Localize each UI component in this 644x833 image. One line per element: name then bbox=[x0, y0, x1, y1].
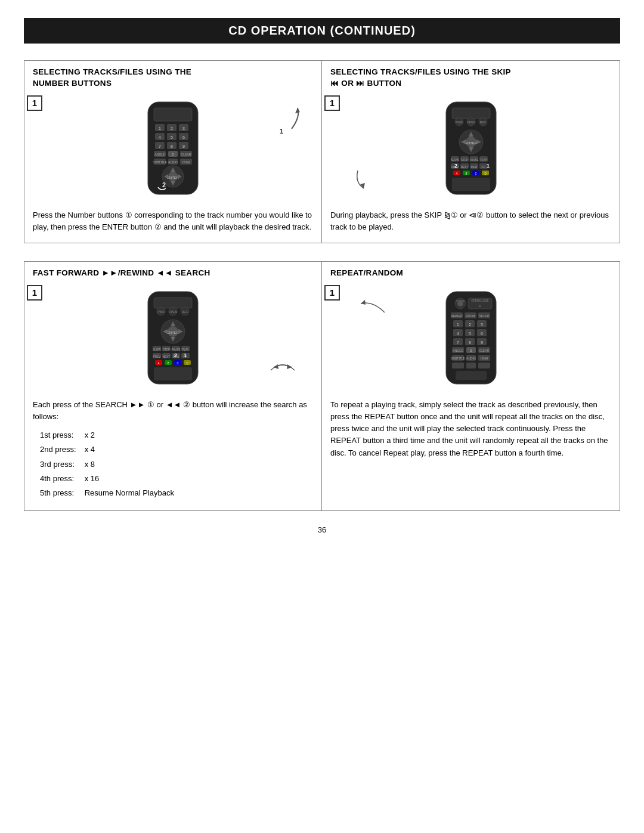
svg-text:1: 1 bbox=[184, 352, 187, 358]
svg-text:PAUSE: PAUSE bbox=[172, 348, 181, 351]
section3-header: FAST FORWARD ►►/REWIND ◄◄ SEARCH bbox=[24, 262, 321, 283]
svg-text:HDMI: HDMI bbox=[480, 357, 488, 360]
svg-text:CLEAR: CLEAR bbox=[479, 349, 489, 352]
svg-text:SLOW: SLOW bbox=[451, 159, 459, 162]
section2-header: SELECTING TRACKS/FILES USING THE SKIP ⏮ … bbox=[322, 61, 620, 93]
svg-text:AUDIO: AUDIO bbox=[466, 357, 476, 360]
section3-text: Each press of the SEARCH ►► ① or ◄◄ ② bu… bbox=[24, 393, 321, 510]
svg-text:6: 6 bbox=[481, 332, 483, 336]
svg-text:2: 2 bbox=[469, 323, 471, 327]
step-badge-3: 1 bbox=[27, 285, 42, 301]
svg-text:CLEAR: CLEAR bbox=[181, 153, 191, 156]
svg-text:9: 9 bbox=[182, 144, 185, 148]
svg-text:REC: REC bbox=[479, 120, 486, 124]
section1-header: SELECTING TRACKS/FILES USING THE NUMBER … bbox=[24, 61, 321, 93]
svg-text:⏏: ⏏ bbox=[478, 304, 482, 308]
step-badge-2: 1 bbox=[324, 95, 340, 111]
remote-image-4: POWER OPEN/CLOSE ⏏ REPEAT ZOOM SETUP 1 2… bbox=[429, 289, 513, 387]
press-row-3: 3rd press: x 8 bbox=[40, 458, 181, 471]
svg-text:1: 1 bbox=[159, 126, 161, 131]
svg-text:PWR: PWR bbox=[456, 120, 463, 124]
svg-text:OPEN/CLOSE: OPEN/CLOSE bbox=[471, 299, 488, 302]
svg-text:8: 8 bbox=[469, 340, 471, 345]
svg-text:2: 2 bbox=[454, 163, 457, 169]
svg-text:SETUP: SETUP bbox=[479, 314, 489, 318]
section2-image-area: 1 PWR OPEN REC ENTER bbox=[322, 93, 620, 203]
page-header: CD OPERATION (CONTINUED) bbox=[24, 18, 620, 44]
svg-text:PLAY: PLAY bbox=[480, 159, 487, 162]
svg-text:7: 7 bbox=[457, 340, 459, 345]
remote-image-2: PWR OPEN REC ENTER SLOW STOP PAUSE P bbox=[429, 99, 513, 197]
svg-text:1: 1 bbox=[280, 128, 283, 135]
svg-rect-86 bbox=[154, 298, 192, 308]
svg-text:ZOOM: ZOOM bbox=[466, 314, 475, 318]
svg-text:REPEAT: REPEAT bbox=[451, 314, 463, 318]
svg-text:6: 6 bbox=[182, 135, 185, 140]
svg-text:STOP: STOP bbox=[163, 348, 170, 351]
svg-text:SUBTITLE: SUBTITLE bbox=[153, 160, 168, 164]
svg-text:2: 2 bbox=[162, 181, 166, 188]
section-fast-forward: FAST FORWARD ►►/REWIND ◄◄ SEARCH 1 PWR O… bbox=[24, 262, 322, 510]
svg-text:PAUSE: PAUSE bbox=[469, 159, 478, 162]
svg-text:A: A bbox=[456, 172, 457, 175]
svg-rect-43 bbox=[452, 108, 490, 119]
svg-text:NEXT: NEXT bbox=[460, 166, 467, 169]
svg-text:OPEN: OPEN bbox=[169, 310, 178, 314]
svg-text:5: 5 bbox=[171, 135, 173, 140]
svg-point-132 bbox=[457, 301, 463, 306]
svg-rect-173 bbox=[466, 363, 476, 368]
svg-text:NEXT: NEXT bbox=[163, 355, 170, 358]
press-row-2: 2nd press: x 4 bbox=[40, 443, 181, 456]
svg-text:5: 5 bbox=[469, 332, 471, 336]
section-skip-button: SELECTING TRACKS/FILES USING THE SKIP ⏮ … bbox=[322, 61, 620, 243]
section1-text: Press the Number buttons ① corresponding… bbox=[24, 203, 321, 243]
svg-text:ENTER: ENTER bbox=[167, 331, 179, 335]
arrow-indicator-3 bbox=[262, 358, 304, 382]
press-table: 1st press: x 2 2nd press: x 4 3rd press:… bbox=[39, 428, 182, 501]
step-badge-1: 1 bbox=[27, 95, 42, 111]
svg-marker-176 bbox=[361, 300, 366, 305]
svg-text:8: 8 bbox=[171, 144, 173, 148]
svg-text:OPEN: OPEN bbox=[466, 120, 475, 124]
svg-rect-175 bbox=[456, 371, 487, 380]
svg-text:4: 4 bbox=[457, 332, 459, 336]
svg-text:1: 1 bbox=[457, 323, 459, 327]
svg-text:A: A bbox=[157, 362, 159, 365]
press-row-5: 5th press: Resume Normal Playback bbox=[40, 487, 181, 500]
step-badge-4: 1 bbox=[324, 285, 340, 301]
svg-text:ANGLE: ANGLE bbox=[155, 153, 166, 156]
svg-text:3: 3 bbox=[182, 126, 185, 131]
svg-text:REC: REC bbox=[182, 310, 188, 314]
svg-text:PREV: PREV bbox=[153, 355, 160, 358]
svg-marker-40 bbox=[295, 108, 300, 113]
svg-rect-81 bbox=[452, 178, 490, 191]
section1-image-area: 1 1 2 3 4 5 6 bbox=[24, 93, 321, 203]
svg-text:4: 4 bbox=[159, 135, 161, 140]
svg-rect-1 bbox=[154, 108, 192, 121]
arrow-indicator-2a bbox=[352, 165, 388, 194]
svg-text:1: 1 bbox=[487, 163, 490, 169]
svg-text:B: B bbox=[167, 362, 169, 365]
svg-text:ENTER: ENTER bbox=[167, 176, 179, 179]
svg-text:3: 3 bbox=[481, 323, 483, 327]
svg-rect-174 bbox=[478, 363, 490, 368]
svg-text:SUBTITLE: SUBTITLE bbox=[451, 357, 466, 360]
remote-image-3: PWR OPEN REC ENTER SLOW STOP PAUSE PLAY bbox=[131, 289, 215, 387]
page-number: 36 bbox=[24, 525, 620, 534]
arrow-indicator-4 bbox=[349, 292, 391, 321]
svg-text:9: 9 bbox=[481, 340, 483, 345]
section4-image-area: 1 POWER OPEN/CLOSE ⏏ REPEAT ZOOM SETUP bbox=[322, 283, 620, 393]
svg-rect-172 bbox=[452, 363, 464, 368]
svg-text:PWR: PWR bbox=[157, 310, 165, 314]
svg-text:B: B bbox=[465, 172, 467, 175]
svg-text:AUDIO: AUDIO bbox=[168, 160, 178, 164]
svg-text:HDMI: HDMI bbox=[182, 160, 190, 164]
arrow-indicator-1: 1 bbox=[274, 105, 304, 135]
svg-text:PLAY: PLAY bbox=[182, 348, 188, 351]
section2-text: During playback, press the SKIP ⧎① or ⧏②… bbox=[322, 203, 620, 243]
press-row-1: 1st press: x 2 bbox=[40, 429, 181, 442]
svg-text:ENTER: ENTER bbox=[465, 141, 477, 145]
svg-text:F.F.: F.F. bbox=[481, 166, 485, 169]
svg-text:ANGLE: ANGLE bbox=[453, 349, 463, 352]
svg-text:7: 7 bbox=[159, 144, 161, 148]
